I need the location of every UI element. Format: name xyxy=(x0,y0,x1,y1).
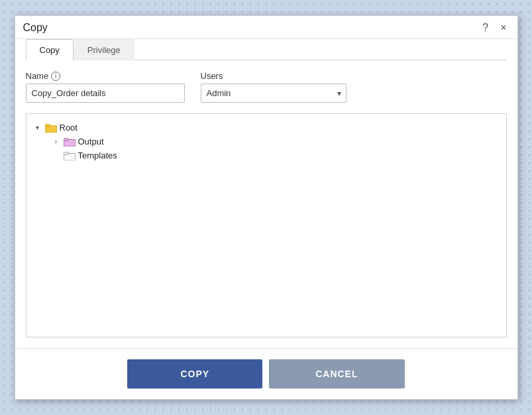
cancel-button[interactable]: CANCEL xyxy=(269,359,404,388)
titlebar-actions: ? × xyxy=(480,21,509,34)
toggle-root[interactable] xyxy=(33,124,42,131)
tab-copy[interactable]: Copy xyxy=(26,39,74,60)
dialog-titlebar: Copy ? × xyxy=(15,16,517,39)
name-label: Name i xyxy=(26,71,185,81)
tree-label-output: Output xyxy=(78,137,104,147)
name-group: Name i xyxy=(26,71,185,103)
tree-label-templates: Templates xyxy=(78,150,117,160)
folder-icon-root xyxy=(45,123,57,133)
users-select-wrapper: Admin User Manager ▾ xyxy=(201,84,346,103)
help-button[interactable]: ? xyxy=(480,21,491,34)
svg-rect-3 xyxy=(64,138,68,141)
dialog-body: Copy Privilege Name i Users xyxy=(15,39,517,348)
folder-icon-output xyxy=(64,137,76,147)
users-select[interactable]: Admin User Manager xyxy=(201,84,346,103)
users-group: Users Admin User Manager ▾ xyxy=(201,71,346,103)
tree-children-root: Output Templates xyxy=(33,135,500,162)
folder-icon-templates xyxy=(64,151,76,160)
tab-bar: Copy Privilege xyxy=(26,39,507,60)
copy-button[interactable]: COPY xyxy=(127,359,262,388)
tree-node-templates[interactable]: Templates xyxy=(52,148,500,162)
dialog-title: Copy xyxy=(23,22,48,34)
tab-privilege[interactable]: Privilege xyxy=(74,39,134,60)
form-row: Name i Users Admin User Manager ▾ xyxy=(26,71,507,103)
name-input[interactable] xyxy=(26,84,185,103)
copy-dialog: Copy ? × Copy Privilege Name i xyxy=(15,15,518,400)
dialog-footer: COPY CANCEL xyxy=(15,348,517,399)
close-button[interactable]: × xyxy=(498,21,509,34)
tree-container: Root Output xyxy=(26,113,507,337)
tree-label-root: Root xyxy=(60,123,78,133)
toggle-output[interactable] xyxy=(52,138,61,145)
users-label: Users xyxy=(201,71,346,81)
svg-rect-1 xyxy=(45,124,50,127)
name-info-icon[interactable]: i xyxy=(51,72,60,81)
tree-node-root[interactable]: Root xyxy=(33,121,500,135)
svg-rect-5 xyxy=(64,152,68,154)
tree-node-output[interactable]: Output xyxy=(52,135,500,148)
